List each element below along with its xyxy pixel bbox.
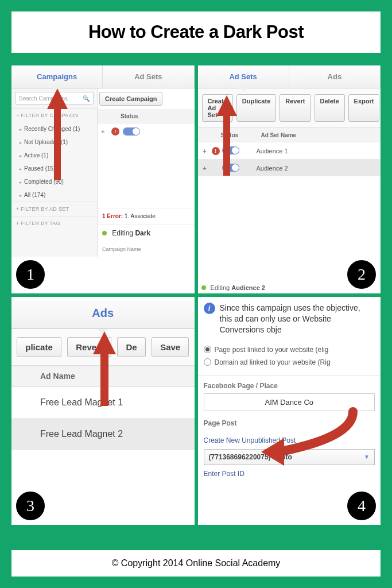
title-bar: How to Create a Dark Post bbox=[11, 11, 381, 53]
page-label: Facebook Page / Place bbox=[204, 382, 375, 390]
tab-campaigns[interactable]: Campaigns bbox=[11, 65, 103, 88]
revert-button[interactable]: Revert bbox=[280, 94, 311, 122]
tab-ads[interactable]: Ads bbox=[289, 65, 381, 88]
status-toggle[interactable] bbox=[123, 127, 140, 136]
tabs: Ad Sets Ads bbox=[198, 65, 381, 88]
page-title: How to Create a Dark Post bbox=[17, 22, 375, 42]
radio-group: Page post linked to your website (elig D… bbox=[198, 341, 381, 376]
radio-page-post[interactable]: Page post linked to your website (elig bbox=[204, 343, 375, 356]
step-badge: 1 bbox=[15, 259, 46, 290]
delete-button[interactable]: Delete bbox=[315, 94, 345, 122]
export-button[interactable]: Export bbox=[348, 94, 380, 122]
annotation-arrow-icon bbox=[46, 88, 69, 180]
svg-marker-1 bbox=[216, 95, 237, 176]
radio-label: Page post linked to your website (elig bbox=[215, 346, 329, 354]
expand-icon[interactable]: + bbox=[198, 148, 212, 154]
duplicate-button[interactable]: plicate bbox=[17, 337, 61, 357]
svg-marker-3 bbox=[261, 438, 284, 466]
filter-item[interactable]: All (174) bbox=[11, 188, 97, 202]
copyright-text: © Copyright 2014 Online Social Academy bbox=[112, 558, 281, 568]
info-icon: i bbox=[204, 303, 215, 314]
table-row[interactable]: + ! bbox=[98, 123, 195, 139]
error-text: 1. Associate bbox=[125, 213, 156, 219]
editing-prefix: Editing bbox=[211, 284, 232, 291]
error-line: 1 Error: 1. Associate bbox=[98, 208, 195, 224]
expand-icon[interactable]: + bbox=[101, 128, 111, 135]
step-badge: 3 bbox=[15, 490, 46, 521]
adset-name: Audience 1 bbox=[251, 148, 381, 154]
table-row[interactable]: Free Lead Magnet 2 bbox=[11, 419, 195, 450]
panel-step-2: Ad Sets Ads Create Ad Set Duplicate Reve… bbox=[198, 65, 381, 293]
status-dot-icon bbox=[201, 285, 206, 290]
status-header: Status bbox=[98, 109, 195, 123]
adset-name: Audience 2 bbox=[251, 165, 381, 172]
filter-header-tag[interactable]: + FILTER BY TAG bbox=[11, 216, 97, 230]
filter-header-adset[interactable]: + FILTER BY AD SET bbox=[11, 202, 97, 216]
main-area: Create Campaign Status + ! 1 Error: 1. A… bbox=[98, 88, 195, 257]
tab-adsets[interactable]: Ad Sets bbox=[198, 65, 289, 88]
footer: © Copyright 2014 Online Social Academy bbox=[11, 550, 381, 577]
editing-name: Dark bbox=[135, 229, 150, 237]
search-icon: 🔍 bbox=[83, 95, 90, 102]
create-campaign-button[interactable]: Create Campaign bbox=[99, 92, 162, 106]
panel-step-3: Ads plicate Revert De Save Ad Name Free … bbox=[11, 297, 195, 525]
step-badge: 2 bbox=[346, 259, 377, 290]
error-count: 1 Error: bbox=[102, 213, 123, 219]
delete-button[interactable]: De bbox=[117, 337, 145, 357]
expand-icon[interactable]: + bbox=[198, 165, 212, 172]
radio-label: Domain ad linked to your website (Rig bbox=[215, 358, 331, 366]
panel-step-1: Campaigns Ad Sets Search Campaigns 🔍 − F… bbox=[11, 65, 195, 293]
editing-name: Audience 2 bbox=[231, 284, 265, 291]
info-banner: i Since this campaign uses the objective… bbox=[198, 297, 381, 341]
warning-icon: ! bbox=[111, 127, 119, 136]
annotation-arrow-icon bbox=[244, 406, 359, 475]
chevron-down-icon: ▼ bbox=[364, 454, 370, 460]
tab-ads[interactable]: Ads bbox=[92, 297, 114, 329]
tabs: Campaigns Ad Sets bbox=[11, 65, 195, 88]
radio-icon bbox=[204, 346, 211, 353]
panel-step-4: i Since this campaign uses the objective… bbox=[198, 297, 381, 525]
tab-adsets[interactable]: Ad Sets bbox=[103, 65, 194, 88]
annotation-arrow-icon bbox=[215, 95, 238, 176]
step-grid: Campaigns Ad Sets Search Campaigns 🔍 − F… bbox=[11, 65, 381, 525]
campaign-name-label: Campaign Name bbox=[98, 242, 195, 257]
duplicate-button[interactable]: Duplicate bbox=[236, 94, 277, 122]
status-dot-icon bbox=[102, 231, 107, 235]
annotation-arrow-icon bbox=[92, 331, 117, 406]
editing-line: Editing Audience 2 bbox=[201, 284, 265, 291]
radio-domain-ad[interactable]: Domain ad linked to your website (Rig bbox=[204, 356, 375, 369]
info-text: Since this campaign uses the objective, … bbox=[220, 303, 375, 335]
editing-prefix: Editing bbox=[112, 229, 135, 237]
svg-marker-2 bbox=[93, 331, 116, 406]
save-button[interactable]: Save bbox=[152, 337, 189, 357]
tabs: Ads bbox=[11, 297, 195, 329]
step-badge: 4 bbox=[346, 490, 377, 521]
col-name: Ad Set Name bbox=[255, 132, 381, 138]
svg-marker-0 bbox=[47, 88, 68, 180]
radio-icon bbox=[204, 358, 211, 366]
editing-line: Editing Dark bbox=[98, 224, 195, 242]
